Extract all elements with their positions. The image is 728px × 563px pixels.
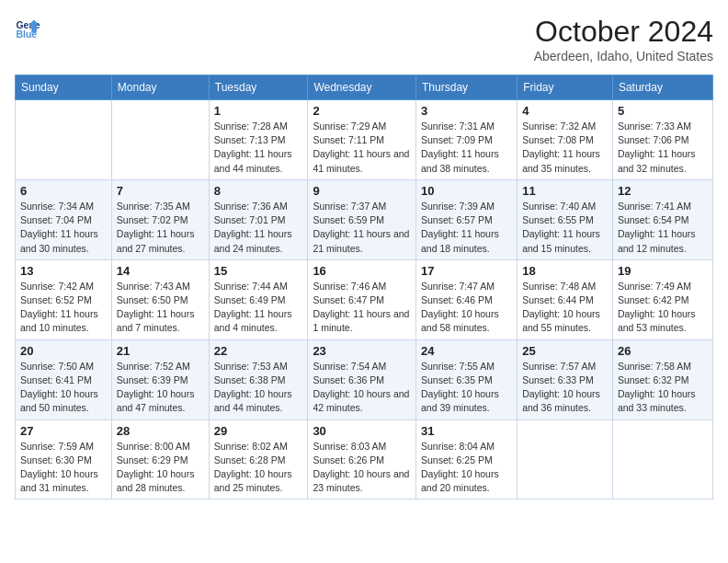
day-info: Sunrise: 7:34 AMSunset: 7:04 PMDaylight:…	[20, 200, 107, 256]
day-info: Sunrise: 7:43 AMSunset: 6:50 PMDaylight:…	[117, 280, 204, 336]
day-number: 21	[117, 344, 204, 358]
calendar-cell	[111, 100, 209, 180]
calendar-title: October 2024	[534, 15, 713, 49]
calendar-cell: 12Sunrise: 7:41 AMSunset: 6:54 PMDayligh…	[612, 179, 712, 259]
day-number: 3	[421, 104, 512, 118]
day-number: 20	[20, 344, 107, 358]
day-number: 4	[522, 104, 608, 118]
day-info: Sunrise: 8:00 AMSunset: 6:29 PMDaylight:…	[117, 440, 204, 496]
calendar-cell: 16Sunrise: 7:46 AMSunset: 6:47 PMDayligh…	[308, 259, 416, 339]
day-number: 25	[522, 344, 608, 358]
day-info: Sunrise: 7:54 AMSunset: 6:36 PMDaylight:…	[313, 360, 411, 416]
day-number: 27	[20, 424, 107, 438]
day-info: Sunrise: 7:35 AMSunset: 7:02 PMDaylight:…	[117, 200, 204, 256]
day-number: 1	[214, 104, 303, 118]
day-info: Sunrise: 7:57 AMSunset: 6:33 PMDaylight:…	[522, 360, 608, 416]
calendar-cell: 13Sunrise: 7:42 AMSunset: 6:52 PMDayligh…	[16, 259, 112, 339]
calendar-cell: 25Sunrise: 7:57 AMSunset: 6:33 PMDayligh…	[518, 339, 613, 419]
day-number: 5	[618, 104, 708, 118]
calendar-cell: 29Sunrise: 8:02 AMSunset: 6:28 PMDayligh…	[209, 419, 308, 500]
day-info: Sunrise: 7:50 AMSunset: 6:41 PMDaylight:…	[20, 360, 107, 416]
day-info: Sunrise: 7:33 AMSunset: 7:06 PMDaylight:…	[618, 120, 708, 176]
day-info: Sunrise: 7:29 AMSunset: 7:11 PMDaylight:…	[313, 120, 411, 176]
calendar-cell: 27Sunrise: 7:59 AMSunset: 6:30 PMDayligh…	[16, 419, 112, 500]
day-number: 30	[313, 424, 411, 438]
day-number: 19	[618, 264, 708, 278]
calendar-cell: 14Sunrise: 7:43 AMSunset: 6:50 PMDayligh…	[111, 259, 209, 339]
column-header-friday: Friday	[518, 75, 613, 100]
day-info: Sunrise: 7:28 AMSunset: 7:13 PMDaylight:…	[214, 120, 303, 176]
calendar-cell: 4Sunrise: 7:32 AMSunset: 7:08 PMDaylight…	[518, 100, 613, 180]
day-number: 8	[214, 184, 303, 198]
calendar-cell: 15Sunrise: 7:44 AMSunset: 6:49 PMDayligh…	[209, 259, 308, 339]
calendar-cell: 8Sunrise: 7:36 AMSunset: 7:01 PMDaylight…	[209, 179, 308, 259]
day-number: 2	[313, 104, 411, 118]
calendar-cell: 18Sunrise: 7:48 AMSunset: 6:44 PMDayligh…	[518, 259, 613, 339]
calendar-cell: 10Sunrise: 7:39 AMSunset: 6:57 PMDayligh…	[416, 179, 518, 259]
day-info: Sunrise: 7:49 AMSunset: 6:42 PMDaylight:…	[618, 280, 708, 336]
week-row-2: 6Sunrise: 7:34 AMSunset: 7:04 PMDaylight…	[16, 179, 713, 259]
day-number: 17	[421, 264, 512, 278]
calendar-cell: 17Sunrise: 7:47 AMSunset: 6:46 PMDayligh…	[416, 259, 518, 339]
day-info: Sunrise: 7:37 AMSunset: 6:59 PMDaylight:…	[313, 200, 411, 256]
logo: General Blue	[15, 15, 40, 40]
day-number: 9	[313, 184, 411, 198]
day-info: Sunrise: 8:04 AMSunset: 6:25 PMDaylight:…	[421, 440, 512, 496]
week-row-1: 1Sunrise: 7:28 AMSunset: 7:13 PMDaylight…	[16, 100, 713, 180]
logo-icon: General Blue	[15, 15, 40, 40]
calendar-cell: 7Sunrise: 7:35 AMSunset: 7:02 PMDaylight…	[111, 179, 209, 259]
column-header-sunday: Sunday	[16, 75, 112, 100]
day-info: Sunrise: 7:52 AMSunset: 6:39 PMDaylight:…	[117, 360, 204, 416]
day-info: Sunrise: 7:31 AMSunset: 7:09 PMDaylight:…	[421, 120, 512, 176]
calendar-cell: 28Sunrise: 8:00 AMSunset: 6:29 PMDayligh…	[111, 419, 209, 500]
day-info: Sunrise: 7:42 AMSunset: 6:52 PMDaylight:…	[20, 280, 107, 336]
calendar-cell: 2Sunrise: 7:29 AMSunset: 7:11 PMDaylight…	[308, 100, 416, 180]
column-header-monday: Monday	[111, 75, 209, 100]
calendar-cell: 26Sunrise: 7:58 AMSunset: 6:32 PMDayligh…	[612, 339, 712, 419]
day-info: Sunrise: 7:46 AMSunset: 6:47 PMDaylight:…	[313, 280, 411, 336]
day-number: 18	[522, 264, 608, 278]
day-info: Sunrise: 8:03 AMSunset: 6:26 PMDaylight:…	[313, 440, 411, 496]
calendar-cell: 19Sunrise: 7:49 AMSunset: 6:42 PMDayligh…	[612, 259, 712, 339]
calendar-cell: 31Sunrise: 8:04 AMSunset: 6:25 PMDayligh…	[416, 419, 518, 500]
calendar-cell	[16, 100, 112, 180]
day-number: 23	[313, 344, 411, 358]
calendar-cell: 6Sunrise: 7:34 AMSunset: 7:04 PMDaylight…	[16, 179, 112, 259]
day-info: Sunrise: 7:55 AMSunset: 6:35 PMDaylight:…	[421, 360, 512, 416]
week-row-4: 20Sunrise: 7:50 AMSunset: 6:41 PMDayligh…	[16, 339, 713, 419]
column-header-thursday: Thursday	[416, 75, 518, 100]
day-number: 31	[421, 424, 512, 438]
calendar-cell: 22Sunrise: 7:53 AMSunset: 6:38 PMDayligh…	[209, 339, 308, 419]
day-number: 7	[117, 184, 204, 198]
calendar-cell: 23Sunrise: 7:54 AMSunset: 6:36 PMDayligh…	[308, 339, 416, 419]
day-info: Sunrise: 7:39 AMSunset: 6:57 PMDaylight:…	[421, 200, 512, 256]
calendar-cell: 9Sunrise: 7:37 AMSunset: 6:59 PMDaylight…	[308, 179, 416, 259]
column-header-saturday: Saturday	[612, 75, 712, 100]
page-header: General Blue October 2024 Aberdeen, Idah…	[15, 15, 713, 63]
location-subtitle: Aberdeen, Idaho, United States	[534, 49, 713, 63]
calendar-cell	[518, 419, 613, 500]
day-info: Sunrise: 7:47 AMSunset: 6:46 PMDaylight:…	[421, 280, 512, 336]
week-row-5: 27Sunrise: 7:59 AMSunset: 6:30 PMDayligh…	[16, 419, 713, 500]
day-number: 22	[214, 344, 303, 358]
day-number: 16	[313, 264, 411, 278]
day-number: 10	[421, 184, 512, 198]
day-number: 29	[214, 424, 303, 438]
calendar-cell: 21Sunrise: 7:52 AMSunset: 6:39 PMDayligh…	[111, 339, 209, 419]
day-number: 14	[117, 264, 204, 278]
column-header-tuesday: Tuesday	[209, 75, 308, 100]
calendar-cell: 1Sunrise: 7:28 AMSunset: 7:13 PMDaylight…	[209, 100, 308, 180]
day-number: 24	[421, 344, 512, 358]
day-number: 15	[214, 264, 303, 278]
day-info: Sunrise: 7:36 AMSunset: 7:01 PMDaylight:…	[214, 200, 303, 256]
day-info: Sunrise: 7:40 AMSunset: 6:55 PMDaylight:…	[522, 200, 608, 256]
day-info: Sunrise: 7:58 AMSunset: 6:32 PMDaylight:…	[618, 360, 708, 416]
day-info: Sunrise: 7:41 AMSunset: 6:54 PMDaylight:…	[618, 200, 708, 256]
header-row: SundayMondayTuesdayWednesdayThursdayFrid…	[16, 75, 713, 100]
day-info: Sunrise: 7:44 AMSunset: 6:49 PMDaylight:…	[214, 280, 303, 336]
title-block: October 2024 Aberdeen, Idaho, United Sta…	[534, 15, 713, 63]
calendar-cell: 30Sunrise: 8:03 AMSunset: 6:26 PMDayligh…	[308, 419, 416, 500]
calendar-cell: 11Sunrise: 7:40 AMSunset: 6:55 PMDayligh…	[518, 179, 613, 259]
day-info: Sunrise: 7:59 AMSunset: 6:30 PMDaylight:…	[20, 440, 107, 496]
day-number: 12	[618, 184, 708, 198]
